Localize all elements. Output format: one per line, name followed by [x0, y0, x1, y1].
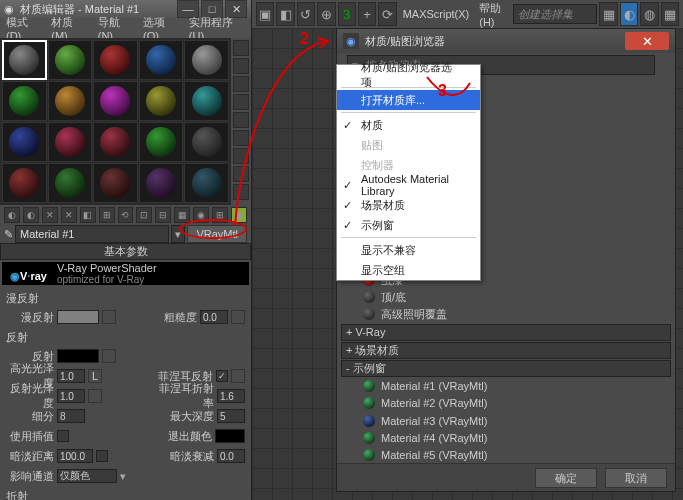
ctx-autodesk[interactable]: ✓Autodesk Material Library [337, 175, 480, 195]
toolbar-icon[interactable]: ⟳ [378, 2, 396, 26]
tool-icon[interactable]: ⟲ [118, 207, 134, 223]
fresnel-checkbox[interactable]: ✓ [216, 370, 228, 382]
ctx-maps[interactable]: 贴图 [337, 135, 480, 155]
tool-icon[interactable]: ◉ [193, 207, 209, 223]
toolbar-icon[interactable]: ◍ [640, 2, 658, 26]
fresnel-lock-button[interactable] [231, 369, 245, 383]
tool-icon[interactable]: ✕ [61, 207, 77, 223]
l-button[interactable]: L [88, 369, 102, 383]
material-slot[interactable] [93, 122, 138, 162]
toolbar-icon[interactable]: ▦ [661, 2, 679, 26]
diffuse-swatch[interactable] [57, 310, 99, 324]
toolbar-icon[interactable]: ↺ [297, 2, 315, 26]
ok-button[interactable]: 确定 [535, 468, 597, 488]
material-slot[interactable] [48, 81, 93, 121]
material-slot[interactable] [2, 81, 47, 121]
material-slot[interactable] [2, 122, 47, 162]
tool-icon[interactable]: ◐ [23, 207, 39, 223]
material-name-field[interactable]: Material #1 [15, 225, 169, 243]
rollout-sample[interactable]: - 示例窗 [341, 360, 671, 377]
side-tool-icon[interactable] [233, 112, 249, 128]
tool-icon[interactable]: ⊞ [212, 207, 228, 223]
tool-icon[interactable]: ✕ [42, 207, 58, 223]
side-tool-icon[interactable] [233, 148, 249, 164]
material-slot[interactable] [93, 81, 138, 121]
affect-dropdown[interactable]: 仅颜色 [57, 469, 117, 483]
side-tool-icon[interactable] [233, 94, 249, 110]
mattype-item[interactable]: 顶/底 [341, 289, 671, 305]
side-tool-icon[interactable] [233, 184, 249, 200]
dimdist-checkbox[interactable] [96, 450, 108, 462]
cancel-button[interactable]: 取消 [605, 468, 667, 488]
material-type-button[interactable]: VRayMtl [187, 225, 247, 243]
material-slot[interactable] [48, 163, 93, 203]
mattype-item[interactable]: 高级照明覆盖 [341, 306, 671, 322]
tool-icon[interactable]: ⊟ [155, 207, 171, 223]
tool-icon[interactable]: ⊞ [99, 207, 115, 223]
ctx-incompat[interactable]: 显示不兼容 [337, 240, 480, 260]
toolbar-icon[interactable]: ◐ [620, 2, 638, 26]
tool-icon[interactable]: ◧ [80, 207, 96, 223]
material-slot[interactable] [139, 81, 184, 121]
refl-gloss-map[interactable] [88, 389, 102, 403]
tool-icon[interactable]: ⊡ [136, 207, 152, 223]
ctx-open-lib[interactable]: 打开材质库... [337, 90, 480, 110]
close-button[interactable]: ✕ [625, 32, 669, 50]
tool-icon[interactable]: ▦ [174, 207, 190, 223]
hilite-gloss-spinner[interactable]: 1.0 [57, 369, 85, 383]
ctx-materials[interactable]: ✓材质 [337, 115, 480, 135]
exitcolor-swatch[interactable] [215, 429, 245, 443]
reflect-swatch[interactable] [57, 349, 99, 363]
roughness-spinner[interactable]: 0.0 [200, 310, 228, 324]
toolbar-icon[interactable]: ⊕ [317, 2, 335, 26]
menu-label[interactable]: MAXScript(X) [403, 8, 470, 20]
ctx-empty[interactable]: 显示空组 [337, 260, 480, 280]
ctx-scene[interactable]: ✓场景材质 [337, 195, 480, 215]
sample-item[interactable]: Material #3 (VRayMtl) [341, 412, 671, 428]
name-dropdown[interactable]: ▾ [171, 225, 185, 243]
eyedropper-icon[interactable]: ✎ [4, 228, 13, 241]
useinterp-checkbox[interactable] [57, 430, 69, 442]
material-slot[interactable] [139, 163, 184, 203]
rollout-header-basic[interactable]: 基本参数 [0, 243, 251, 260]
material-slot[interactable] [48, 40, 93, 80]
ctx-sample[interactable]: ✓示例窗 [337, 215, 480, 235]
toolbar-icon[interactable]: ▦ [599, 2, 617, 26]
diffuse-map-button[interactable] [102, 310, 116, 324]
side-tool-icon[interactable] [233, 166, 249, 182]
maxdepth-spinner[interactable]: 5 [217, 409, 245, 423]
fresnel-ior-spinner[interactable]: 1.6 [217, 389, 245, 403]
rollout-vray[interactable]: + V-Ray [341, 324, 671, 341]
material-slot[interactable] [184, 122, 229, 162]
selection-set-dropdown[interactable]: 创建选择集 [513, 4, 597, 24]
tool-icon[interactable]: ▮ [231, 207, 247, 223]
side-tool-icon[interactable] [233, 58, 249, 74]
material-slot[interactable] [2, 40, 47, 80]
menu-label[interactable]: 帮助(H) [479, 1, 507, 28]
material-slot[interactable] [93, 40, 138, 80]
side-tool-icon[interactable] [233, 40, 249, 56]
material-slot[interactable] [139, 122, 184, 162]
material-slot[interactable] [184, 163, 229, 203]
reflect-map-button[interactable] [102, 349, 116, 363]
toolbar-icon[interactable]: ◧ [276, 2, 294, 26]
ctx-controllers[interactable]: 控制器 [337, 155, 480, 175]
refl-gloss-spinner[interactable]: 1.0 [57, 389, 85, 403]
subdiv-spinner[interactable]: 8 [57, 409, 85, 423]
material-slot[interactable] [93, 163, 138, 203]
rollout-scene[interactable]: + 场景材质 [341, 342, 671, 359]
material-slot[interactable] [184, 40, 229, 80]
toolbar-icon[interactable]: 3 [338, 2, 356, 26]
sample-item[interactable]: Material #2 (VRayMtl) [341, 395, 671, 411]
ctx-options[interactable]: 材质/贴图浏览器选项 [337, 65, 480, 85]
side-tool-icon[interactable] [233, 130, 249, 146]
material-slot[interactable] [184, 81, 229, 121]
material-slot[interactable] [48, 122, 93, 162]
sample-item[interactable]: Material #4 (VRayMtl) [341, 430, 671, 446]
toolbar-icon[interactable]: ▣ [256, 2, 274, 26]
sample-item[interactable]: Material #5 (VRayMtl) [341, 447, 671, 463]
tool-icon[interactable]: ◐ [4, 207, 20, 223]
dimfall-spinner[interactable]: 0.0 [217, 449, 245, 463]
sample-item[interactable]: Material #1 (VRayMtl) [341, 378, 671, 394]
material-slot[interactable] [139, 40, 184, 80]
